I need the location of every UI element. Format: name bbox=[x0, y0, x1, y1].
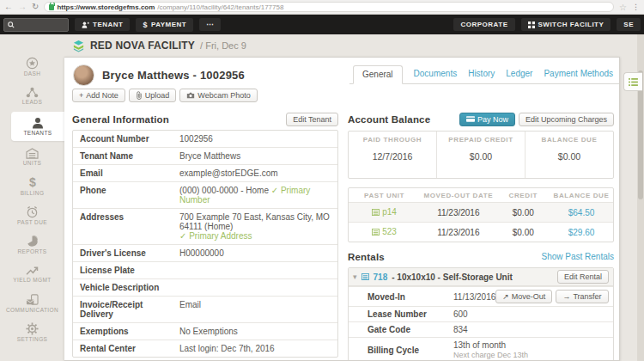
global-search[interactable] bbox=[3, 18, 69, 32]
sidebar-item-dash[interactable]: DASH bbox=[0, 53, 64, 80]
browser-back-icon[interactable]: ← bbox=[4, 3, 13, 11]
pay-now-button[interactable]: Pay Now bbox=[459, 113, 515, 126]
facility-name[interactable]: RED NOVA FACILITY bbox=[90, 40, 195, 52]
rental-row: Moved-In 11/13/2016 ↗Move-Out →Transfer bbox=[349, 286, 613, 306]
move-out-button[interactable]: ↗Move-Out bbox=[495, 290, 552, 303]
edit-upcoming-charges-button[interactable]: Edit Upcoming Charges bbox=[519, 113, 614, 126]
add-note-button[interactable]: +Add Note bbox=[72, 89, 125, 102]
list-icon bbox=[629, 78, 638, 86]
units-icon bbox=[26, 148, 39, 159]
upload-button[interactable]: Upload bbox=[129, 89, 177, 102]
tab-ledger[interactable]: Ledger bbox=[506, 69, 532, 83]
row-value: 1002956 bbox=[174, 131, 337, 147]
billing-icon: $ bbox=[27, 176, 39, 189]
moved-in-label: Moved-In bbox=[368, 292, 453, 302]
general-info-title: General Information bbox=[72, 114, 169, 125]
sidebar-label-units: UNITS bbox=[23, 160, 42, 166]
sidebar-item-past-due[interactable]: PAST DUE bbox=[0, 202, 64, 229]
tenant-avatar[interactable] bbox=[73, 64, 94, 86]
paid-through-cell: PAID THROUGH 12/7/2016 bbox=[349, 132, 436, 178]
browser-refresh-icon[interactable]: ↻ bbox=[32, 3, 39, 11]
rental-unit-link[interactable]: 718 bbox=[374, 272, 388, 282]
new-tenant-button[interactable]: TENANT bbox=[75, 18, 130, 31]
moved-out-cell: 11/23/2016 bbox=[420, 208, 496, 217]
settings-gear-icon bbox=[26, 322, 39, 335]
camera-icon bbox=[186, 92, 195, 99]
rental-row: Lease Number 600 bbox=[349, 306, 613, 321]
row-label: Exemptions bbox=[73, 323, 174, 340]
past-unit-link[interactable]: p14 bbox=[382, 207, 397, 217]
row-label: Email bbox=[73, 165, 174, 181]
table-row: Vehicle Description bbox=[73, 278, 337, 296]
tenant-detail-card: Bryce Matthews - 1002956 +Add Note Uploa… bbox=[64, 57, 620, 361]
webcam-photo-button[interactable]: Webcam Photo bbox=[179, 89, 257, 102]
user-menu-button[interactable]: SE bbox=[617, 18, 641, 31]
user-menu-label: SE bbox=[623, 21, 634, 28]
sidebar-item-yield-mgmt[interactable]: YIELD MGMT bbox=[0, 260, 64, 287]
primary-address-badge: ✓ Primary Address bbox=[179, 231, 252, 241]
sidebar-item-tenants[interactable]: TENANTS bbox=[11, 112, 64, 141]
url-domain: https://www.storedgefms.com bbox=[57, 3, 155, 11]
edit-tenant-button[interactable]: Edit Tenant bbox=[286, 113, 338, 126]
tenant-tabs: General Documents History Ledger Payment… bbox=[349, 64, 620, 84]
more-actions-button[interactable]: ⋯ bbox=[199, 18, 221, 31]
show-past-rentals-link[interactable]: Show Past Rentals bbox=[542, 252, 615, 261]
billing-cycle-text: 13th of month bbox=[453, 340, 506, 350]
tenant-button-label: TENANT bbox=[93, 21, 123, 28]
row-label: Tenant Name bbox=[73, 148, 174, 164]
table-row: Rental CenterLast login: Dec 7th, 2016 bbox=[73, 340, 337, 357]
email-link[interactable]: example@storEDGE.com bbox=[174, 165, 337, 181]
sidebar-item-settings[interactable]: SETTINGS bbox=[0, 319, 64, 346]
table-row: Driver's LicenseH00000000 bbox=[73, 244, 337, 261]
new-payment-button[interactable]: $ PAYMENT bbox=[136, 18, 193, 32]
credit-card-icon bbox=[466, 116, 475, 122]
general-info-section: General Information Edit Tenant Account … bbox=[72, 112, 338, 361]
rental-row: Billing Cycle 13th of monthNext charge D… bbox=[349, 337, 613, 361]
balance-due-link[interactable]: $29.60 bbox=[550, 228, 613, 237]
transfer-button[interactable]: →Transfer bbox=[556, 290, 608, 303]
sidebar-item-leads[interactable]: LEADS bbox=[0, 83, 64, 109]
rental-row: Gate Code 834 bbox=[349, 321, 613, 337]
tenants-icon bbox=[32, 117, 44, 129]
chevron-down-icon[interactable]: ▾ bbox=[353, 272, 357, 281]
past-unit-cell: p14 bbox=[349, 207, 420, 217]
bookmark-star-icon[interactable]: ☆ bbox=[619, 3, 627, 12]
prepaid-credit-cell: PREPAID CREDIT $0.00 bbox=[436, 132, 525, 178]
address-bar[interactable]: https://www.storedgefms.com/company/110/… bbox=[44, 2, 614, 12]
past-unit-link[interactable]: 523 bbox=[382, 227, 397, 236]
edit-rental-button[interactable]: Edit Rental bbox=[557, 270, 609, 284]
svg-text:$: $ bbox=[29, 176, 36, 189]
sidebar-item-communication[interactable]: COMMUNICATION bbox=[0, 290, 64, 316]
rental-card-header[interactable]: ▾ 718 - 10x10x10 - Self-Storage Unit Edi… bbox=[349, 268, 613, 286]
sidebar-item-reports[interactable]: REPORTS bbox=[0, 231, 64, 258]
tab-history[interactable]: History bbox=[468, 69, 495, 83]
browser-chrome: ← → ↻ https://www.storedgefms.com/compan… bbox=[0, 0, 644, 15]
tab-general[interactable]: General bbox=[353, 65, 403, 84]
browser-menu-icon[interactable]: ⋮ bbox=[632, 3, 640, 11]
lease-number-label: Lease Number bbox=[368, 309, 453, 319]
credit-cell: $0.00 bbox=[496, 228, 550, 237]
paid-through-header: PAID THROUGH bbox=[349, 136, 436, 144]
address-value: 700 Example 70 East, Kansas City, MO 641… bbox=[179, 212, 330, 231]
switch-facility-button[interactable]: SWITCH FACILITY bbox=[521, 18, 611, 31]
upload-label: Upload bbox=[145, 91, 170, 100]
dash-icon bbox=[26, 57, 39, 70]
table-row: ExemptionsNo Exemptions bbox=[73, 322, 337, 340]
credit-cell: $0.00 bbox=[496, 208, 550, 217]
browser-forward-icon[interactable]: → bbox=[18, 3, 27, 11]
row-value: H00000000 bbox=[174, 245, 337, 261]
pay-now-label: Pay Now bbox=[477, 115, 508, 124]
corporate-button[interactable]: CORPORATE bbox=[453, 18, 514, 31]
sidebar-label-settings: SETTINGS bbox=[17, 336, 48, 342]
tab-documents[interactable]: Documents bbox=[414, 69, 458, 83]
search-input[interactable] bbox=[17, 21, 60, 29]
sidebar-item-units[interactable]: UNITS bbox=[0, 144, 64, 170]
side-panel-toggle[interactable] bbox=[623, 72, 642, 91]
add-note-label: Add Note bbox=[86, 91, 118, 100]
balance-due-link[interactable]: $64.50 bbox=[550, 208, 613, 217]
moved-in-value: 11/13/2016 bbox=[453, 292, 495, 302]
tab-payment-methods[interactable]: Payment Methods bbox=[544, 69, 613, 83]
sidebar-nav: DASH LEADS TENANTS UNITS $ BILLING PAST … bbox=[0, 34, 64, 361]
sidebar-item-billing[interactable]: $ BILLING bbox=[0, 173, 64, 199]
balance-due-header: BALANCE DUE bbox=[526, 136, 613, 144]
